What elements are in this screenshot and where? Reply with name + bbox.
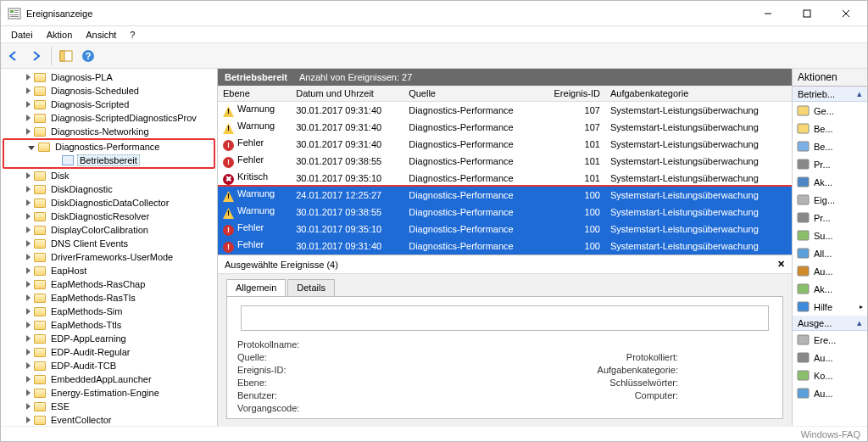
tree-item[interactable]: EapMethods-Sim (3, 305, 215, 318)
level-icon: ! (223, 140, 234, 151)
col-source[interactable]: Quelle (403, 86, 539, 102)
table-row[interactable]: !Fehler30.01.2017 09:35:10Diagnostics-Pe… (218, 221, 792, 238)
action-item[interactable]: Ere... (793, 331, 867, 349)
back-button[interactable] (4, 46, 25, 66)
table-row[interactable]: !Warnung24.01.2017 12:25:27Diagnostics-P… (218, 187, 792, 204)
tree-item[interactable]: EventCollector (3, 413, 215, 426)
tree-item[interactable]: Diagnosis-Scheduled (3, 84, 215, 98)
action-item[interactable]: Eig... (793, 191, 867, 209)
table-row[interactable]: !Warnung30.01.2017 09:31:40Diagnostics-P… (218, 119, 792, 136)
tab-general[interactable]: Allgemein (226, 279, 286, 296)
action-item[interactable]: Be... (793, 137, 867, 155)
tree-item[interactable]: DiskDiagnosticResolver (3, 210, 215, 223)
action-item[interactable]: Pr... (793, 209, 867, 227)
actions-group-selection[interactable]: Ausge...▴ (793, 316, 867, 331)
action-item[interactable]: Ge... (793, 102, 867, 120)
tree-item[interactable]: DriverFrameworks-UserMode (3, 250, 215, 264)
tree-item[interactable]: DiskDiagnosticDataCollector (3, 196, 215, 210)
tree-view[interactable]: Diagnosis-PLADiagnosis-ScheduledDiagnosi… (1, 69, 218, 426)
action-item[interactable]: Ak... (793, 173, 867, 191)
action-label: Be... (814, 124, 833, 134)
tree-item-label: DNS Client Events (49, 238, 130, 249)
table-row[interactable]: !Fehler30.01.2017 09:31:40Diagnostics-Pe… (218, 238, 792, 255)
tree-item[interactable]: Energy-Estimation-Engine (3, 386, 215, 400)
action-item[interactable]: Be... (793, 120, 867, 137)
tree-item[interactable]: Diagnosis-PLA (3, 70, 215, 84)
tree-item-label: EDP-AppLearning (49, 333, 128, 344)
tree-item[interactable]: Diagnosis-Scripted (3, 98, 215, 111)
tree-item[interactable]: Diagnostics-Performance (4, 140, 214, 154)
svg-rect-4 (10, 14, 19, 15)
table-row[interactable]: !Warnung30.01.2017 09:38:55Diagnostics-P… (218, 204, 792, 221)
tree-item[interactable]: EmbeddedAppLauncher (3, 372, 215, 386)
tree-item[interactable]: Betriebsbereit (4, 154, 214, 167)
tree-item[interactable]: Diagnosis-ScriptedDiagnosticsProv (3, 111, 215, 125)
menu-file[interactable]: Datei (6, 28, 38, 42)
table-row[interactable]: ✖Kritisch30.01.2017 09:35:10Diagnostics-… (218, 170, 792, 187)
action-label: Au... (814, 389, 833, 399)
action-item[interactable]: Au... (793, 384, 867, 402)
action-item[interactable]: Su... (793, 227, 867, 244)
detail-message-box (241, 305, 769, 331)
maximize-button[interactable] (787, 1, 826, 26)
level-icon: ✖ (223, 174, 234, 185)
tree-item-label: Diagnosis-Scripted (49, 99, 131, 109)
detail-close-icon[interactable]: ✕ (777, 259, 785, 270)
action-item[interactable]: All... (793, 244, 867, 262)
action-icon (797, 283, 810, 295)
menu-help[interactable]: ? (125, 28, 140, 42)
menu-action[interactable]: Aktion (42, 28, 78, 42)
action-icon (797, 247, 810, 260)
folder-icon (34, 100, 46, 109)
tree-item[interactable]: DisplayColorCalibration (3, 223, 215, 237)
tree-item-label: Diagnosis-ScriptedDiagnosticsProv (49, 113, 198, 123)
tab-details[interactable]: Details (287, 279, 335, 296)
tree-item[interactable]: ESE (3, 400, 215, 413)
tree-item[interactable]: EDP-Audit-TCB (3, 359, 215, 372)
action-item[interactable]: Pr... (793, 155, 867, 173)
folder-icon (34, 389, 46, 398)
col-category[interactable]: Aufgabenkategorie (605, 86, 792, 102)
action-item[interactable]: Ko... (793, 366, 867, 384)
svg-rect-26 (798, 335, 809, 344)
tree-item[interactable]: EapMethods-RasTls (3, 291, 215, 305)
action-item[interactable]: Au... (793, 349, 867, 366)
level-icon: ! (223, 123, 234, 134)
tree-item[interactable]: EapMethods-Ttls (3, 318, 215, 332)
minimize-button[interactable] (748, 1, 787, 26)
col-datetime[interactable]: Datum und Uhrzeit (291, 86, 403, 102)
tree-item-label: DisplayColorCalibration (49, 225, 150, 235)
svg-rect-11 (60, 51, 64, 61)
tree-item[interactable]: DNS Client Events (3, 237, 215, 250)
action-item[interactable]: Ak... (793, 280, 867, 298)
tree-item[interactable]: EapHost (3, 264, 215, 277)
level-icon: ! (223, 208, 234, 219)
actions-group-log[interactable]: Betrieb...▴ (793, 87, 867, 102)
folder-icon (34, 87, 46, 96)
col-level[interactable]: Ebene (218, 86, 291, 102)
tree-item[interactable]: EDP-Audit-Regular (3, 345, 215, 359)
svg-rect-28 (798, 371, 809, 380)
label-vorgangscode: Vorgangscode: (237, 403, 390, 413)
label-protokolliert: Protokolliert: (626, 352, 678, 362)
folder-icon (34, 280, 46, 289)
forward-button[interactable] (26, 46, 47, 66)
tree-item[interactable]: Disk (3, 169, 215, 182)
help-button[interactable]: ? (78, 46, 98, 66)
tree-item[interactable]: DiskDiagnostic (3, 182, 215, 196)
table-row[interactable]: !Warnung30.01.2017 09:31:40Diagnostics-P… (218, 102, 792, 120)
tree-item[interactable]: Diagnostics-Networking (3, 125, 215, 138)
table-row[interactable]: !Fehler30.01.2017 09:38:55Diagnostics-Pe… (218, 153, 792, 170)
close-button[interactable] (826, 1, 865, 26)
tree-item-label: Diagnostics-Networking (49, 126, 151, 137)
tree-item[interactable]: EapMethods-RasChap (3, 277, 215, 291)
show-hide-tree-button[interactable] (56, 46, 76, 66)
tree-item[interactable]: EDP-AppLearning (3, 332, 215, 345)
tree-item-label: EDP-Audit-TCB (49, 361, 118, 371)
col-eventid[interactable]: Ereignis-ID (539, 86, 605, 102)
action-item[interactable]: Au... (793, 262, 867, 280)
menu-view[interactable]: Ansicht (81, 28, 121, 42)
table-row[interactable]: !Fehler30.01.2017 09:31:40Diagnostics-Pe… (218, 136, 792, 153)
action-item[interactable]: Hilfe▸ (793, 298, 867, 316)
event-grid[interactable]: Ebene Datum und Uhrzeit Quelle Ereignis-… (218, 86, 792, 255)
